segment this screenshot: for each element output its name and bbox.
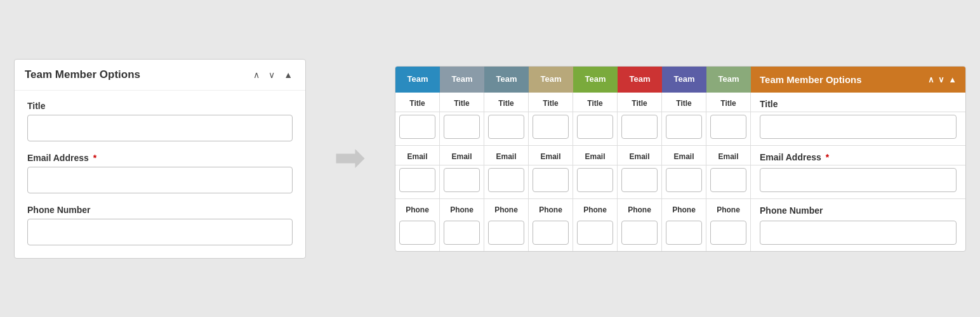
email-field-col6[interactable] (621, 168, 658, 192)
phone-field-col1[interactable] (399, 221, 435, 245)
right-up-button[interactable]: ∧ (928, 75, 934, 84)
email-field-col3[interactable] (488, 168, 524, 192)
title-field-col3[interactable] (488, 115, 524, 139)
title-input-col1 (395, 112, 440, 146)
title-field-col2[interactable] (444, 115, 480, 139)
phone-input-col5 (573, 218, 618, 251)
col-header-4: Team (529, 67, 573, 93)
col-header-7: Team (662, 67, 706, 93)
phone-field-col4[interactable] (533, 221, 569, 245)
email-input-col8 (706, 165, 751, 199)
phone-field-col2[interactable] (444, 221, 480, 245)
phone-label-col1: Phone (395, 199, 440, 218)
right-panel: Team Team Team Team Team Team Team Team … (395, 66, 966, 252)
col-header-1: Team (395, 67, 440, 93)
title-label-col1: Title (395, 93, 440, 112)
email-field-last[interactable] (760, 168, 957, 192)
title-field-col7[interactable] (666, 115, 702, 139)
email-field-col1[interactable] (399, 168, 435, 192)
title-input-col2 (440, 112, 484, 146)
phone-label: Phone Number (27, 205, 293, 215)
email-field-col8[interactable] (710, 168, 746, 192)
main-container: Team Member Options ∧ ∨ ▲ Title Email Ad… (14, 59, 966, 259)
phone-label-col5: Phone (573, 199, 618, 218)
title-input-last (751, 112, 965, 146)
phone-input-col1 (395, 218, 440, 251)
email-field-col7[interactable] (666, 168, 702, 192)
title-field-col4[interactable] (533, 115, 569, 139)
phone-input-col6 (618, 218, 662, 251)
email-field-col4[interactable] (533, 168, 569, 192)
title-label-col5: Title (573, 93, 618, 112)
title-input[interactable] (27, 115, 293, 141)
title-input-col3 (484, 112, 529, 146)
phone-label-col8: Phone (706, 199, 751, 218)
email-label-col1: Email (395, 146, 440, 165)
title-label-col7: Title (662, 93, 706, 112)
title-field-col1[interactable] (399, 115, 435, 139)
left-down-button[interactable]: ∨ (266, 68, 277, 81)
title-field-col6[interactable] (621, 115, 658, 139)
email-input-col4 (529, 165, 573, 199)
arrow-icon (331, 139, 369, 178)
col-header-8: Team (706, 67, 751, 93)
title-input-col7 (662, 112, 706, 146)
email-input-col7 (662, 165, 706, 199)
right-down-button[interactable]: ∨ (938, 75, 944, 84)
title-field-group: Title (27, 101, 293, 141)
phone-input-col8 (706, 218, 751, 251)
email-input[interactable] (27, 167, 293, 193)
title-label-last: Title (751, 93, 965, 112)
email-label-col7: Email (662, 146, 706, 165)
left-up-button[interactable]: ∧ (251, 68, 262, 81)
left-panel-body: Title Email Address * Phone Number (15, 91, 305, 258)
left-expand-button[interactable]: ▲ (281, 68, 295, 81)
email-input-col6 (618, 165, 662, 199)
email-label-col6: Email (618, 146, 662, 165)
col-header-3: Team (484, 67, 529, 93)
phone-field-col5[interactable] (577, 221, 613, 245)
email-label-col2: Email (440, 146, 484, 165)
right-expand-button[interactable]: ▲ (948, 75, 957, 84)
email-field-col5[interactable] (577, 168, 613, 192)
phone-field-col8[interactable] (710, 221, 746, 245)
phone-label-col7: Phone (662, 199, 706, 218)
email-input-col3 (484, 165, 529, 199)
phone-label-col2: Phone (440, 199, 484, 218)
title-field-last[interactable] (760, 115, 957, 139)
right-panel-title: Team Member Options (760, 74, 862, 85)
email-input-col5 (573, 165, 618, 199)
phone-field-col7[interactable] (666, 221, 702, 245)
phone-input-last (751, 218, 965, 251)
title-label-col2: Title (440, 93, 484, 112)
title-input-col6 (618, 112, 662, 146)
phone-input-col7 (662, 218, 706, 251)
title-label-col4: Title (529, 93, 573, 112)
title-label-col8: Title (706, 93, 751, 112)
phone-field-last[interactable] (760, 221, 957, 245)
left-panel-controls: ∧ ∨ ▲ (251, 68, 295, 81)
table-grid: Team Team Team Team Team Team Team Team … (395, 67, 965, 251)
phone-label-last: Phone Number (751, 199, 965, 218)
title-field-col8[interactable] (710, 115, 746, 139)
phone-field-col6[interactable] (621, 221, 658, 245)
title-field-col5[interactable] (577, 115, 613, 139)
email-label-col8: Email (706, 146, 751, 165)
col-header-6: Team (618, 67, 662, 93)
title-input-col4 (529, 112, 573, 146)
email-input-col1 (395, 165, 440, 199)
phone-input-col3 (484, 218, 529, 251)
title-label: Title (27, 101, 293, 111)
email-label-col3: Email (484, 146, 529, 165)
left-panel-title: Team Member Options (25, 68, 140, 81)
email-req-indicator: * (826, 152, 829, 162)
title-input-col5 (573, 112, 618, 146)
email-label-col5: Email (573, 146, 618, 165)
title-label-col3: Title (484, 93, 529, 112)
phone-field-col3[interactable] (488, 221, 524, 245)
email-field-col2[interactable] (444, 168, 480, 192)
email-label-col4: Email (529, 146, 573, 165)
phone-input[interactable] (27, 219, 293, 245)
phone-input-col2 (440, 218, 484, 251)
email-label: Email Address * (27, 153, 293, 163)
